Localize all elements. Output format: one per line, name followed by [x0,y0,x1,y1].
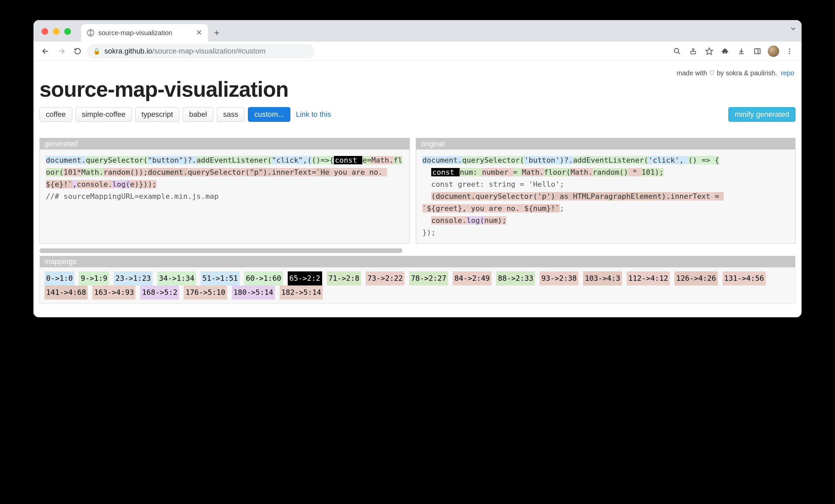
address-bar[interactable]: 🔒 sokra.github.io/source-map-visualizati… [87,44,314,58]
sass-button[interactable]: sass [217,107,245,122]
mapping-entry[interactable]: 176->5:10 [184,285,227,300]
mapping-entry[interactable]: 34->1:34 [157,271,196,285]
mapping-entry[interactable]: 163->4:93 [92,285,136,300]
reload-button[interactable] [71,44,84,58]
mappings-list[interactable]: 0->1:09->1:923->1:2334->1:3451->1:5160->… [40,267,795,304]
generated-pane: generated document.querySelector("button… [39,138,410,244]
mapping-entry[interactable]: 131->4:56 [722,271,766,285]
mapping-entry[interactable]: 78->2:27 [409,271,448,285]
sidepanel-icon[interactable] [751,44,764,58]
generated-header: generated [40,138,409,149]
globe-icon [87,29,94,37]
close-tab-icon[interactable]: ✕ [196,28,202,37]
coffee-button[interactable]: coffee [39,107,72,122]
mapping-entry[interactable]: 180->5:14 [232,285,275,300]
mapping-entry[interactable]: 65->2:2 [288,271,322,285]
original-header: original [416,138,795,149]
forward-button[interactable] [55,44,68,58]
mapping-entry[interactable]: 51->1:51 [201,271,240,285]
mapping-entry[interactable]: 112->4:12 [627,271,670,285]
mapping-entry[interactable]: 84->2:49 [453,271,491,285]
tabs-menu-button[interactable] [790,25,797,33]
mapping-entry[interactable]: 103->4:3 [583,271,622,285]
generated-code[interactable]: document.querySelector("button")?.addEve… [40,149,409,207]
mappings-header: mappings [40,256,795,267]
page-content: made with ♡ by sokra & paulirish. repo s… [34,61,801,317]
custom-button[interactable]: custom... [248,107,290,122]
example-buttons: coffee simple-coffee typescript babel sa… [39,107,796,122]
minify-button[interactable]: minify generated [728,107,796,122]
kebab-menu-icon[interactable] [783,44,796,58]
svg-rect-7 [755,48,760,54]
search-icon[interactable] [670,44,684,58]
repo-link[interactable]: repo [781,69,794,77]
link-to-this[interactable]: Link to this [296,110,331,119]
svg-point-11 [789,53,790,54]
mapping-entry[interactable]: 23->1:23 [114,271,152,285]
profile-avatar[interactable] [767,44,780,58]
svg-point-2 [674,48,679,53]
browser-window: source-map-visualization ✕ + 🔒 sokra.git… [34,20,801,317]
simple-coffee-button[interactable]: simple-coffee [76,107,132,122]
mapping-entry[interactable]: 182->5:14 [280,285,323,300]
titlebar: source-map-visualization ✕ + [34,20,801,41]
url-path: /source-map-visualization/#custom [152,47,266,55]
credit-line: made with ♡ by sokra & paulirish. repo [41,69,794,77]
svg-line-3 [678,52,680,54]
mapping-entry[interactable]: 93->2:38 [539,271,578,285]
babel-button[interactable]: babel [183,107,213,122]
mapping-entry[interactable]: 126->4:26 [674,271,718,285]
horizontal-scrollbar[interactable] [39,248,403,253]
share-icon[interactable] [687,44,700,58]
new-tab-button[interactable]: + [208,24,225,41]
mapping-entry[interactable]: 60->1:60 [244,271,283,285]
mapping-entry[interactable]: 168->5:2 [140,285,179,300]
mapping-entry[interactable]: 0->1:0 [44,271,74,285]
code-panes: generated document.querySelector("button… [39,138,796,244]
mappings-pane: mappings 0->1:09->1:923->1:2334->1:3451-… [39,256,796,304]
browser-tab[interactable]: source-map-visualization ✕ [81,24,208,41]
page-title: source-map-visualization [39,77,796,102]
mapping-entry[interactable]: 73->2:22 [366,271,405,285]
svg-point-9 [789,48,790,49]
mapping-entry[interactable]: 141->4:68 [44,285,88,300]
mapping-entry[interactable]: 9->1:9 [79,271,109,285]
downloads-icon[interactable] [735,44,748,58]
mapping-entry[interactable]: 88->2:33 [496,271,535,285]
original-code[interactable]: document.querySelector('button')?.addEve… [416,149,795,243]
lock-icon: 🔒 [93,47,100,55]
original-pane: original document.querySelector('button'… [416,138,796,244]
typescript-button[interactable]: typescript [135,107,179,122]
back-button[interactable] [39,44,52,58]
close-window-button[interactable] [41,28,48,35]
minimize-window-button[interactable] [53,28,60,35]
mapping-entry[interactable]: 71->2:8 [327,271,361,285]
browser-toolbar: 🔒 sokra.github.io/source-map-visualizati… [34,41,801,61]
url-domain: sokra.github.io [104,47,152,55]
extensions-icon[interactable] [718,44,732,58]
tab-title: source-map-visualization [98,29,172,37]
maximize-window-button[interactable] [64,28,71,35]
bookmark-star-icon[interactable] [702,44,716,58]
window-controls [41,28,71,35]
svg-marker-5 [706,48,713,55]
svg-point-10 [789,51,790,52]
